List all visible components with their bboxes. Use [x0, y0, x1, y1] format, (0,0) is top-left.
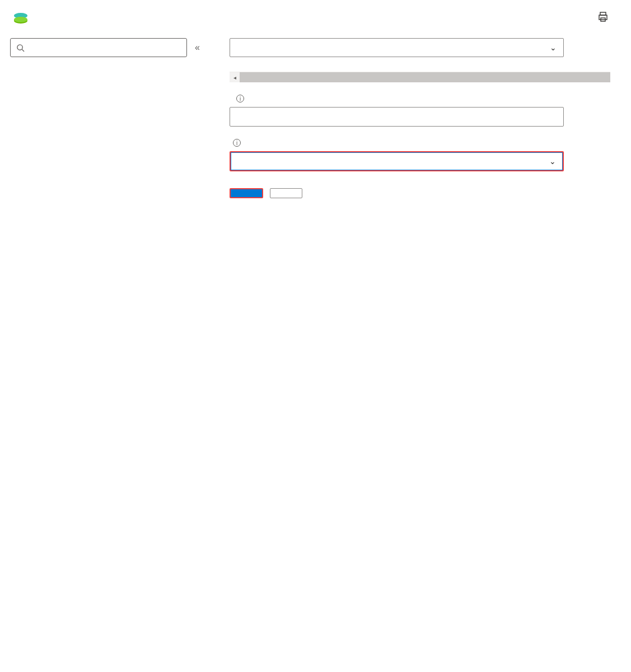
- sidebar: «: [0, 32, 218, 215]
- page-header: [0, 0, 631, 32]
- search-input[interactable]: [10, 38, 187, 57]
- svg-line-7: [22, 49, 24, 52]
- performance-tier-field: i ⌄: [230, 139, 564, 171]
- svg-rect-3: [600, 12, 606, 15]
- info-icon[interactable]: i: [236, 95, 244, 102]
- sku-dropdown[interactable]: ⌄: [230, 38, 564, 57]
- custom-disk-size-field: i: [230, 95, 564, 127]
- discard-button[interactable]: [270, 188, 302, 198]
- disk-size-table: [230, 60, 610, 72]
- svg-rect-4: [599, 15, 607, 20]
- search-icon: [16, 44, 25, 52]
- performance-tier-dropdown[interactable]: ⌄: [230, 151, 564, 171]
- resize-button[interactable]: [230, 188, 263, 198]
- custom-disk-size-input[interactable]: [230, 107, 564, 127]
- table-header: [230, 60, 610, 72]
- svg-point-6: [17, 44, 22, 49]
- collapse-sidebar-icon[interactable]: «: [195, 43, 200, 53]
- horizontal-scrollbar[interactable]: ◂: [230, 72, 610, 82]
- scroll-left-icon[interactable]: ◂: [230, 72, 240, 82]
- main-content: ⌄ ◂ i: [218, 32, 631, 215]
- chevron-down-icon: ⌄: [550, 43, 557, 52]
- info-icon[interactable]: i: [233, 139, 241, 147]
- print-icon[interactable]: [597, 11, 609, 22]
- chevron-down-icon: ⌄: [549, 157, 556, 166]
- svg-point-2: [14, 17, 27, 22]
- disk-icon: [11, 9, 30, 28]
